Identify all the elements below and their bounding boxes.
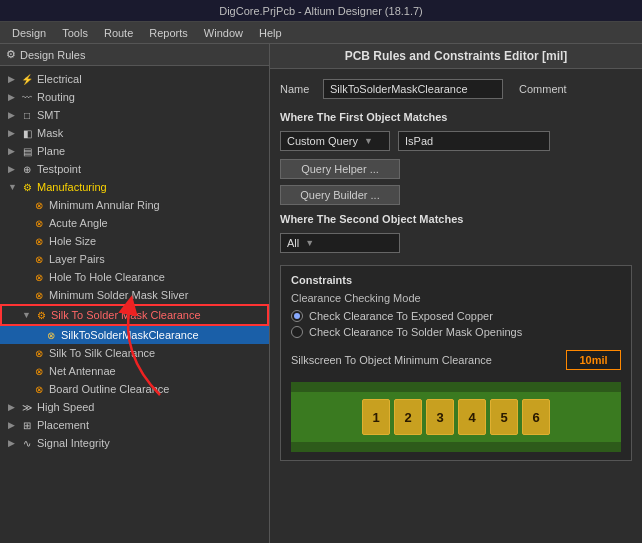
menu-route[interactable]: Route <box>96 25 141 41</box>
menu-help[interactable]: Help <box>251 25 290 41</box>
right-panel: PCB Rules and Constraints Editor [mil] N… <box>270 44 642 543</box>
tree-item-board-outline[interactable]: ⊗ Board Outline Clearance <box>0 380 269 398</box>
tree-item-high-speed[interactable]: ▶ ≫ High Speed <box>0 398 269 416</box>
menu-tools[interactable]: Tools <box>54 25 96 41</box>
expand-arrow: ▶ <box>8 146 20 156</box>
all-dropdown[interactable]: All ▼ <box>280 233 400 253</box>
tree-label: Minimum Annular Ring <box>49 199 160 211</box>
menu-window[interactable]: Window <box>196 25 251 41</box>
pcb-pad-3: 3 <box>426 399 454 435</box>
query-helper-button[interactable]: Query Helper ... <box>280 159 400 179</box>
rule-editor: Name Comment Where The First Object Matc… <box>270 69 642 471</box>
expand-arrow: ▶ <box>8 164 20 174</box>
tree-item-manufacturing[interactable]: ▼ ⚙ Manufacturing <box>0 178 269 196</box>
tree-label: High Speed <box>37 401 95 413</box>
rule-icon: ⊗ <box>32 198 46 212</box>
tree-item-signal-integrity[interactable]: ▶ ∿ Signal Integrity <box>0 434 269 452</box>
tree-label: Minimum Solder Mask Sliver <box>49 289 188 301</box>
pcb-pads-container: 1 2 3 4 5 6 <box>291 392 621 442</box>
expand-arrow: ▶ <box>8 420 20 430</box>
tree-item-hole-size[interactable]: ⊗ Hole Size <box>0 232 269 250</box>
tree-item-plane[interactable]: ▶ ▤ Plane <box>0 142 269 160</box>
radio-exposed-copper[interactable] <box>291 310 303 322</box>
tree-label: Mask <box>37 127 63 139</box>
first-dropdown-row: Custom Query ▼ <box>280 131 632 151</box>
tree-item-silk-solder-clearance[interactable]: ▼ ⚙ Silk To Solder Mask Clearance <box>0 304 269 326</box>
tree-item-testpoint[interactable]: ▶ ⊕ Testpoint <box>0 160 269 178</box>
name-input[interactable] <box>323 79 503 99</box>
si-icon: ∿ <box>20 436 34 450</box>
pcb-pad-4: 4 <box>458 399 486 435</box>
tree-label: Layer Pairs <box>49 253 105 265</box>
tree-label: Electrical <box>37 73 82 85</box>
expand-arrow: ▶ <box>8 92 20 102</box>
tree-label: Hole To Hole Clearance <box>49 271 165 283</box>
tree-label: Routing <box>37 91 75 103</box>
chevron-down-icon: ▼ <box>305 238 314 248</box>
manufacturing-icon: ⚙ <box>20 180 34 194</box>
rule-icon: ⊗ <box>32 270 46 284</box>
radio-row-2[interactable]: Check Clearance To Solder Mask Openings <box>291 326 621 338</box>
main-container: ⚙ Design Rules ▶ ⚡ Electrical ▶ 〰 Routin… <box>0 44 642 543</box>
radio-row-1[interactable]: Check Clearance To Exposed Copper <box>291 310 621 322</box>
plane-icon: ▤ <box>20 144 34 158</box>
query-builder-button[interactable]: Query Builder ... <box>280 185 400 205</box>
tree-item-net-antennae[interactable]: ⊗ Net Antennae <box>0 362 269 380</box>
expand-arrow: ▼ <box>22 310 34 320</box>
tree-item-placement[interactable]: ▶ ⊞ Placement <box>0 416 269 434</box>
rule-icon: ⊗ <box>32 382 46 396</box>
constraints-box: Constraints Clearance Checking Mode Chec… <box>280 265 632 461</box>
pcb-visualization: 1 2 3 4 5 6 <box>291 382 621 452</box>
clearance-value[interactable]: 10mil <box>566 350 621 370</box>
name-label: Name <box>280 83 315 95</box>
tree-label: Placement <box>37 419 89 431</box>
title-bar: DigCore.PrjPcb - Altium Designer (18.1.7… <box>0 0 642 22</box>
tree-item-min-solder-sliver[interactable]: ⊗ Minimum Solder Mask Sliver <box>0 286 269 304</box>
expand-arrow: ▶ <box>8 438 20 448</box>
tree-item-silk-silk[interactable]: ⊗ Silk To Silk Clearance <box>0 344 269 362</box>
tree-item-selected-rule[interactable]: ⊗ SilkToSolderMaskClearance <box>0 326 269 344</box>
expand-arrow: ▼ <box>8 182 20 192</box>
tree-item-smt[interactable]: ▶ □ SMT <box>0 106 269 124</box>
name-row: Name Comment <box>280 79 632 99</box>
menu-design[interactable]: Design <box>4 25 54 41</box>
tree-label: Board Outline Clearance <box>49 383 169 395</box>
rule-icon: ⊗ <box>44 328 58 342</box>
clearance-label: Silkscreen To Object Minimum Clearance <box>291 354 492 366</box>
tree-label: Signal Integrity <box>37 437 110 449</box>
dropdown-label: Custom Query <box>287 135 358 147</box>
tree-container[interactable]: ▶ ⚡ Electrical ▶ 〰 Routing ▶ □ SMT ▶ ◧ M… <box>0 66 269 537</box>
tree-item-min-annular[interactable]: ⊗ Minimum Annular Ring <box>0 196 269 214</box>
radio-label-2: Check Clearance To Solder Mask Openings <box>309 326 522 338</box>
tree-item-electrical[interactable]: ▶ ⚡ Electrical <box>0 70 269 88</box>
tree-item-routing[interactable]: ▶ 〰 Routing <box>0 88 269 106</box>
pcb-pad-1: 1 <box>362 399 390 435</box>
comment-label: Comment <box>519 83 567 95</box>
query-input[interactable] <box>398 131 550 151</box>
rule-icon: ⊗ <box>32 234 46 248</box>
mask-icon: ◧ <box>20 126 34 140</box>
radio-solder-mask[interactable] <box>291 326 303 338</box>
rule-icon: ⊗ <box>32 216 46 230</box>
all-label: All <box>287 237 299 249</box>
expand-arrow: ▶ <box>8 402 20 412</box>
tree-label: Silk To Solder Mask Clearance <box>51 309 201 321</box>
panel-title: ⚙ Design Rules <box>0 44 269 66</box>
tree-label: Silk To Silk Clearance <box>49 347 155 359</box>
rule-icon: ⊗ <box>32 364 46 378</box>
menu-reports[interactable]: Reports <box>141 25 196 41</box>
rule-icon: ⊗ <box>32 252 46 266</box>
rule-icon: ⚙ <box>34 308 48 322</box>
tree-item-acute-angle[interactable]: ⊗ Acute Angle <box>0 214 269 232</box>
tree-item-layer-pairs[interactable]: ⊗ Layer Pairs <box>0 250 269 268</box>
tree-label: Plane <box>37 145 65 157</box>
tree-label: SilkToSolderMaskClearance <box>61 329 199 341</box>
panel-icon: ⚙ <box>6 48 16 61</box>
tree-label: Manufacturing <box>37 181 107 193</box>
tree-item-hole-to-hole[interactable]: ⊗ Hole To Hole Clearance <box>0 268 269 286</box>
tree-item-mask[interactable]: ▶ ◧ Mask <box>0 124 269 142</box>
panel-title-text: Design Rules <box>20 49 85 61</box>
testpoint-icon: ⊕ <box>20 162 34 176</box>
rule-icon: ⊗ <box>32 288 46 302</box>
custom-query-dropdown[interactable]: Custom Query ▼ <box>280 131 390 151</box>
